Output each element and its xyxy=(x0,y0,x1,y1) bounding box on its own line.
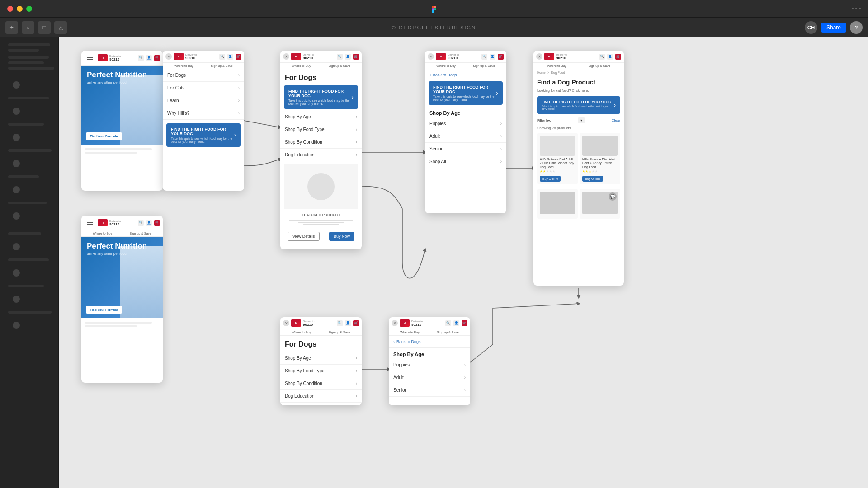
puppies-item-8[interactable]: Puppies › xyxy=(389,359,470,371)
account-icon-8[interactable]: 👤 xyxy=(453,320,459,326)
adult-item-8[interactable]: Adult › xyxy=(389,371,470,384)
search-icon[interactable]: 🔍 xyxy=(138,55,144,61)
pen-tool[interactable]: △ xyxy=(54,21,67,34)
close-icon-8[interactable]: ✕ xyxy=(392,320,398,326)
close-button[interactable] xyxy=(7,6,13,12)
close-icon-3[interactable]: ✕ xyxy=(283,53,289,60)
senior-item[interactable]: Senior › xyxy=(425,143,506,155)
hero-button-6[interactable]: Find Your Formula xyxy=(86,306,122,314)
search-icon-8[interactable]: 🔍 xyxy=(445,320,451,326)
layer-item-6[interactable] xyxy=(13,212,20,220)
search-icon-4[interactable]: 🔍 xyxy=(481,54,487,60)
where-to-buy-4[interactable]: Where to Buy xyxy=(436,64,455,67)
layer-item-5[interactable] xyxy=(13,186,20,193)
menu-why-hills[interactable]: Why Hill's? › xyxy=(163,107,244,120)
senior-item-8[interactable]: Senior › xyxy=(389,384,470,397)
menu-for-dogs[interactable]: For Dogs › xyxy=(163,69,244,82)
layer-item-2[interactable] xyxy=(13,108,20,115)
where-to-buy-5[interactable]: Where to Buy xyxy=(547,64,566,67)
account-icon-3[interactable]: 👤 xyxy=(345,54,351,60)
product-card-2[interactable]: Hill's Science Diet Adult Beef & Barley … xyxy=(580,133,620,184)
shop-by-condition-7[interactable]: Shop By Condition › xyxy=(280,377,362,390)
layer-item-10[interactable] xyxy=(13,322,20,329)
product-card-4[interactable]: 💬 xyxy=(580,189,620,219)
hamburger-icon[interactable] xyxy=(84,53,96,63)
cart-icon-2[interactable]: 🛒 xyxy=(236,54,241,60)
share-button[interactable]: Share xyxy=(821,23,846,33)
cart-icon-5[interactable]: 🛒 xyxy=(615,54,621,60)
cart-icon-6[interactable]: 🛒 xyxy=(154,220,160,226)
adult-item[interactable]: Adult › xyxy=(425,130,506,143)
canvas[interactable]: H Deliver to 90210 🔍 👤 🛒 Perfect Nutriti… xyxy=(59,37,868,488)
close-icon-7[interactable]: ✕ xyxy=(283,320,289,326)
product-card-3[interactable] xyxy=(537,189,578,219)
cart-icon[interactable]: 🛒 xyxy=(154,55,160,61)
find-food-banner-5[interactable]: FIND THE RIGHT FOOD FOR YOUR DOG Take th… xyxy=(537,96,620,114)
shop-by-age-7[interactable]: Shop By Age › xyxy=(280,352,362,365)
back-to-dogs-8[interactable]: ‹ Back to Dogs xyxy=(389,336,470,348)
filter-select[interactable]: ▾ xyxy=(578,117,585,123)
shop-by-food-type[interactable]: Shop By Food Type › xyxy=(280,123,362,136)
tools-icon[interactable]: ✦ xyxy=(5,21,18,34)
layer-item[interactable] xyxy=(13,81,20,89)
frame-tool[interactable]: □ xyxy=(38,21,51,34)
menu-for-cats[interactable]: For Cats › xyxy=(163,82,244,94)
cart-icon-4[interactable]: 🛒 xyxy=(498,54,504,60)
menu-learn[interactable]: Learn › xyxy=(163,94,244,107)
account-icon[interactable]: 👤 xyxy=(146,55,152,61)
sign-up-7[interactable]: Sign up & Save xyxy=(328,331,350,334)
crumb-home[interactable]: Home xyxy=(537,71,546,74)
sign-up-3[interactable]: Sign up & Save xyxy=(328,64,350,67)
buy-online-btn-1[interactable]: Buy Online xyxy=(540,176,561,182)
layer-item-8[interactable] xyxy=(13,269,20,277)
back-to-dogs-link[interactable]: ‹ Back to Dogs xyxy=(425,69,506,81)
shop-by-age[interactable]: Shop By Age › xyxy=(280,111,362,123)
account-icon-4[interactable]: 👤 xyxy=(490,54,495,60)
move-tool[interactable]: ○ xyxy=(22,21,34,34)
sign-up-5[interactable]: Sign up & Save xyxy=(588,64,610,67)
product-card-1[interactable]: Hill's Science Diet Adult 7+ No Corn, Wh… xyxy=(537,133,578,184)
layer-item-3[interactable] xyxy=(13,134,20,141)
layer-item-7[interactable] xyxy=(13,243,20,250)
fullscreen-button[interactable] xyxy=(26,6,32,12)
layer-item-4[interactable] xyxy=(13,160,20,167)
search-icon-3[interactable]: 🔍 xyxy=(337,54,343,60)
find-food-banner-3[interactable]: FIND THE RIGHT FOOD FOR YOUR DOG Take th… xyxy=(284,85,358,109)
clear-label[interactable]: Clear xyxy=(612,118,620,122)
hamburger-icon-6[interactable] xyxy=(84,218,96,228)
close-menu-icon[interactable]: ✕ xyxy=(165,53,172,60)
user-avatar[interactable]: GH xyxy=(805,21,817,34)
account-icon-5[interactable]: 👤 xyxy=(607,54,613,60)
search-icon-7[interactable]: 🔍 xyxy=(337,320,343,326)
buy-now-button[interactable]: Buy Now xyxy=(329,232,354,241)
close-icon-4[interactable]: ✕ xyxy=(428,53,434,60)
shop-all-item[interactable]: Shop All › xyxy=(425,155,506,168)
account-icon-7[interactable]: 👤 xyxy=(345,320,351,326)
where-to-buy-2[interactable]: Where to Buy xyxy=(174,64,193,67)
account-icon-6[interactable]: 👤 xyxy=(146,220,152,226)
dog-education-7[interactable]: Dog Education › xyxy=(280,390,362,403)
where-to-buy-3[interactable]: Where to Buy xyxy=(292,64,311,67)
cart-icon-8[interactable]: 🛒 xyxy=(462,320,467,326)
shop-by-condition[interactable]: Shop By Condition › xyxy=(280,136,362,149)
shop-by-food-7[interactable]: Shop By Food Type › xyxy=(280,365,362,377)
sign-up-8[interactable]: Sign up & Save xyxy=(437,331,458,334)
search-icon-2[interactable]: 🔍 xyxy=(219,54,225,60)
minimize-button[interactable] xyxy=(17,6,23,12)
find-food-banner-2[interactable]: FIND THE RIGHT FOOD FOR YOUR DOG Take th… xyxy=(166,123,241,147)
where-to-buy-7[interactable]: Where to Buy xyxy=(292,331,311,334)
sign-up-4[interactable]: Sign up & Save xyxy=(473,64,495,67)
puppies-item[interactable]: Puppies › xyxy=(425,117,506,130)
account-icon-2[interactable]: 👤 xyxy=(227,54,233,60)
search-icon-5[interactable]: 🔍 xyxy=(599,54,605,60)
hero-button[interactable]: Find Your Formula xyxy=(86,132,122,140)
buy-online-btn-2[interactable]: Buy Online xyxy=(582,176,603,182)
search-icon-6[interactable]: 🔍 xyxy=(138,220,144,226)
where-to-buy-6[interactable]: Where to Buy xyxy=(93,232,112,235)
crumb-dog-food[interactable]: Dog Food xyxy=(551,71,565,74)
where-to-buy-8[interactable]: Where to Buy xyxy=(400,331,419,334)
sign-up-2[interactable]: Sign up & Save xyxy=(211,64,232,67)
view-details-button[interactable]: View Details xyxy=(288,232,320,241)
layer-item-9[interactable] xyxy=(13,296,20,303)
close-icon-5[interactable]: ✕ xyxy=(536,53,542,60)
